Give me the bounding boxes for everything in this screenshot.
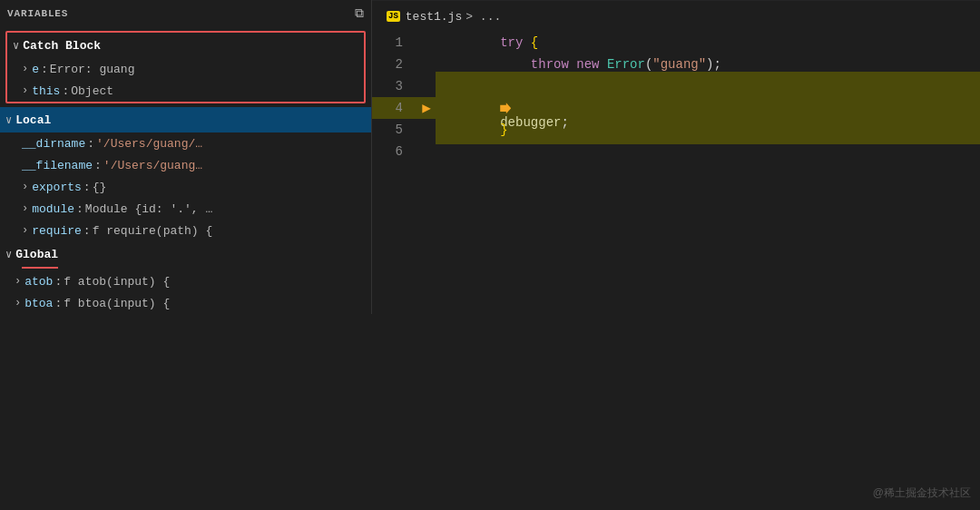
- module-name: module: [32, 202, 74, 216]
- copy-icon[interactable]: ⧉: [355, 6, 364, 21]
- global-title: Global: [15, 248, 58, 261]
- editor-code: 1 try { 2 throw new Error("guang"); 3 } …: [372, 32, 980, 510]
- atob-value: f atob(input) {: [64, 275, 170, 289]
- local-var-exports[interactable]: › exports : {}: [0, 176, 371, 198]
- line-number-2: 2: [372, 57, 417, 72]
- variables-title: VARIABLES: [7, 8, 68, 19]
- module-expand-icon: ›: [22, 202, 28, 215]
- exports-value: {}: [93, 181, 107, 194]
- dirname-value: '/Users/guang/…: [96, 137, 202, 151]
- btoa-value: f btoa(input) {: [64, 297, 170, 310]
- catch-block-title: Catch Block: [23, 39, 101, 53]
- code-line-5: 5 }: [372, 119, 980, 141]
- filename-name: __filename: [22, 159, 93, 172]
- catch-var-this-value: Object: [71, 84, 113, 98]
- local-chevron-icon: ∨: [5, 113, 12, 127]
- line-number-5: 5: [372, 123, 417, 137]
- line-number-3: 3: [372, 79, 417, 93]
- global-section: ∨ Global › atob : f atob(input) { › btoa…: [0, 241, 371, 314]
- catch-var-e-value: Error: guang: [50, 63, 135, 76]
- local-var-module[interactable]: › module : Module {id: '.', …: [0, 198, 371, 220]
- tab-breadcrumb: > ...: [466, 10, 501, 24]
- catch-var-this[interactable]: › this : Object: [7, 80, 364, 102]
- line-arrow-4: ▶: [417, 99, 436, 117]
- require-name: require: [32, 224, 82, 238]
- atob-name: atob: [24, 275, 53, 289]
- local-title: Local: [15, 113, 51, 127]
- line-number-4: 4: [372, 101, 417, 115]
- catch-block-header[interactable]: ∨ Catch Block: [7, 33, 364, 58]
- btoa-expand-icon: ›: [15, 297, 21, 309]
- code-line-6: 6: [372, 141, 980, 162]
- filename-value: '/Users/guang…: [103, 159, 202, 172]
- variables-header: VARIABLES ⧉: [0, 0, 371, 27]
- e-expand-icon: ›: [22, 63, 28, 75]
- exports-name: exports: [32, 181, 82, 194]
- dirname-name: __dirname: [22, 137, 85, 151]
- global-var-atob[interactable]: › atob : f atob(input) {: [0, 270, 371, 292]
- js-icon: JS: [387, 11, 400, 22]
- global-header[interactable]: ∨ Global: [0, 241, 371, 267]
- local-var-dirname[interactable]: __dirname : '/Users/guang/…: [0, 132, 371, 154]
- local-var-filename[interactable]: __filename : '/Users/guang…: [0, 154, 371, 176]
- editor-tab[interactable]: JS test1.js > ...: [372, 0, 980, 32]
- local-var-require[interactable]: › require : f require(path) {: [0, 220, 371, 241]
- line-number-1: 1: [372, 35, 417, 50]
- catch-block-section: ∨ Catch Block › e : Error: guang › this …: [5, 31, 366, 103]
- this-expand-icon: ›: [22, 84, 28, 97]
- editor-panel: JS test1.js > ... 1 try { 2 throw new Er…: [372, 0, 980, 510]
- require-expand-icon: ›: [22, 224, 28, 237]
- tab-filename: test1.js: [406, 10, 462, 24]
- watermark: @稀土掘金技术社区: [873, 485, 971, 501]
- local-section: ∨ Local __dirname : '/Users/guang/… __fi…: [0, 107, 371, 241]
- catch-var-e[interactable]: › e : Error: guang: [7, 58, 364, 80]
- catch-var-this-name: this: [32, 84, 60, 98]
- local-header[interactable]: ∨ Local: [0, 107, 371, 132]
- btoa-name: btoa: [24, 297, 53, 310]
- exports-expand-icon: ›: [22, 181, 28, 193]
- line-number-6: 6: [372, 144, 417, 159]
- module-value: Module {id: '.', …: [85, 202, 212, 216]
- global-chevron-icon: ∨: [5, 248, 12, 261]
- require-value: f require(path) {: [93, 224, 213, 238]
- global-var-btoa[interactable]: › btoa : f btoa(input) {: [0, 292, 371, 314]
- catch-var-e-name: e: [32, 63, 39, 76]
- atob-expand-icon: ›: [15, 275, 21, 288]
- catch-chevron-icon: ∨: [13, 39, 19, 53]
